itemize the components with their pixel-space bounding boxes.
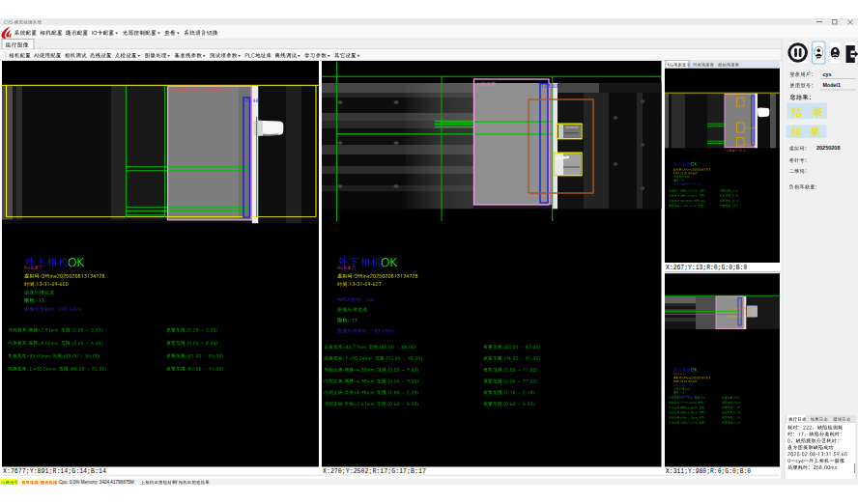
svg-text:X:7677;Y:891;R:14;G:14;B:14: X:7677;Y:891;R:14;G:14;B:14: [3, 468, 106, 475]
svg-text:X:267;Y:13;R:0;G:0;B:0: X:267;Y:13;R:0;G:0;B:0: [666, 265, 748, 271]
svg-text:X:311;Y:980;R:0;G:0;B:0: X:311;Y:980;R:0;G:0;B:0: [666, 468, 751, 475]
svg-text:cys: cys: [823, 71, 832, 77]
svg-text:Model1: Model1: [823, 82, 842, 88]
svg-text:20250208: 20250208: [816, 145, 840, 151]
svg-text:X:270;Y:2502;R:17;G:17;B:17: X:270;Y:2502;R:17;G:17;B:17: [323, 468, 426, 475]
svg-text:Cpu: 0.0% Memory: 3424.4179687: Cpu: 0.0% Memory: 3424.41796875M: [59, 480, 134, 485]
